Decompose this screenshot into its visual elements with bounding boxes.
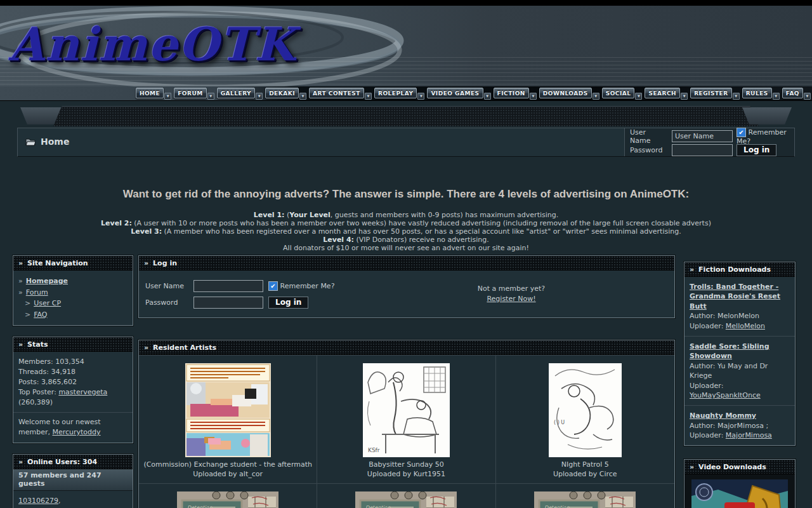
online-users-panel: »Online Users: 304 57 members and 247 gu…	[13, 454, 133, 508]
chevron-down-icon[interactable]: ▼	[733, 93, 740, 100]
remember-me-checkbox[interactable]: ✔	[737, 128, 746, 137]
login-button[interactable]: Log in	[737, 144, 776, 156]
fiction-title-link[interactable]: Trolls: Band Together - Grandma Rosie's …	[690, 282, 790, 311]
nav-button[interactable]: DOWNLOADS▼	[539, 88, 599, 100]
nav-button[interactable]: HOME▼	[136, 88, 171, 100]
nav-button-label: SOCIAL	[602, 88, 635, 98]
nav-button[interactable]: SOCIAL▼	[602, 88, 643, 100]
list-bullet-icon: >	[25, 311, 30, 319]
list-bullet-icon: >	[25, 299, 30, 307]
chevron-icon: »	[18, 340, 23, 349]
site-logo[interactable]: AnimeOTK	[9, 17, 296, 71]
notice-line: Level 1: (Your Level, guests and members…	[0, 211, 812, 219]
login-panel-header: »Log in	[139, 256, 674, 271]
nav-button[interactable]: ART CONTEST▼	[309, 88, 372, 100]
nav-button[interactable]: GALLERY▼	[217, 88, 263, 100]
chevron-down-icon[interactable]: ▼	[164, 93, 171, 100]
breadcrumb-bar: Home User Name ✔ Remember Me? Password L…	[17, 128, 795, 157]
top-login-form: User Name ✔ Remember Me? Password Log in	[624, 128, 794, 156]
fiction-author: Author: Yu May and Dr Kriege	[690, 361, 790, 381]
login-button[interactable]: Log in	[268, 297, 308, 309]
chevron-down-icon[interactable]: ▼	[635, 93, 642, 100]
nav-button[interactable]: DEKAKI▼	[265, 88, 306, 100]
sidebar-link-homepage[interactable]: Homepage	[26, 277, 68, 285]
chevron-down-icon[interactable]: ▼	[256, 93, 263, 100]
sidebar-link-faq[interactable]: FAQ	[34, 311, 47, 319]
login-form: User Name ✔ Remember Me? Password Log in	[145, 278, 355, 310]
fiction-title-link[interactable]: Naughty Mommy	[690, 411, 790, 420]
stats-header: »Stats	[13, 337, 133, 352]
uploader-link[interactable]: MajorMimosa	[726, 431, 772, 439]
newest-member-link[interactable]: Mercurytoddy	[52, 428, 100, 436]
artwork-thumbnail-classroom[interactable]: Detention	[534, 491, 636, 508]
register-now-link[interactable]: Register Now!	[487, 295, 535, 303]
decorative-banner	[20, 106, 792, 126]
online-user-link[interactable]: 103106279	[18, 497, 58, 505]
advert-notice: Want to get rid of the annoying adverts?…	[0, 188, 812, 252]
nav-button[interactable]: FAQ▼	[782, 88, 811, 100]
breadcrumb: Home	[25, 137, 69, 147]
nav-button[interactable]: REGISTER▼	[690, 88, 740, 100]
newest-member: Welcome to our newest member, Mercurytod…	[13, 412, 133, 438]
video-downloads-body: Tu Seras un Taxi, Mon Fils!	[684, 474, 795, 508]
uploader-link[interactable]: YouMaySpankItOnce	[690, 391, 761, 399]
password-field[interactable]	[672, 144, 733, 156]
video-downloads-panel: »Video Downloads Tu Seras un Taxi, Mon F…	[684, 459, 796, 508]
chevron-down-icon[interactable]: ▼	[804, 93, 811, 100]
chevron-down-icon[interactable]: ▼	[773, 93, 780, 100]
notice-line: Level 2: (A user with 10 or more posts w…	[0, 219, 812, 227]
chevron-down-icon[interactable]: ▼	[681, 93, 688, 100]
stat-threads: Threads: 34,918	[18, 367, 128, 377]
remember-me-label: Remember Me?	[280, 281, 335, 290]
fiction-title-link[interactable]: Saddle Sore: Sibling Showdown	[690, 342, 790, 361]
password-field[interactable]	[193, 297, 263, 309]
video-downloads-header: »Video Downloads	[684, 460, 795, 474]
chevron-down-icon[interactable]: ▼	[417, 93, 424, 100]
not-member-text: Not a member yet?	[355, 284, 668, 295]
artist-card: Detention	[496, 483, 674, 508]
chevron-down-icon[interactable]: ▼	[484, 93, 491, 100]
artwork-caption: (Commission) Exchange student - the afte…	[141, 460, 314, 479]
artwork-thumbnail-classroom[interactable]: Detention	[177, 491, 278, 508]
stat-members: Members: 103,354	[18, 357, 128, 367]
fiction-item: Naughty Mommy Author: MajorMimosa ; Uplo…	[684, 406, 795, 445]
stat-top-poster-count: (260,389)	[18, 398, 128, 408]
notice-line: Level 4: (VIP Donators) receive no adver…	[0, 236, 812, 244]
nav-button[interactable]: SEARCH▼	[645, 88, 688, 100]
nav-button[interactable]: FICTION▼	[494, 88, 537, 100]
svg-text:Detention: Detention	[365, 505, 391, 508]
uploader-link[interactable]: MelloMelon	[726, 322, 765, 330]
artwork-caption: NIght Patrol 5 Uploaded by Circe	[499, 460, 672, 479]
chevron-down-icon[interactable]: ▼	[207, 93, 214, 100]
resident-artists-header: »Resident Artists	[139, 340, 674, 355]
nav-button-label: ART CONTEST	[309, 88, 364, 98]
artwork-thumbnail-sketch[interactable]: ( ) U	[549, 363, 622, 457]
remember-me-checkbox[interactable]: ✔	[268, 281, 278, 291]
chevron-down-icon[interactable]: ▼	[530, 93, 537, 100]
online-users-subtitle: 57 members and 247 guests	[13, 469, 133, 491]
site-nav-list: »Homepage»Forum>User CP>FAQ	[13, 271, 133, 325]
sidebar-link-user-cp[interactable]: User CP	[34, 299, 61, 307]
username-field[interactable]	[672, 130, 733, 142]
nav-button[interactable]: FORUM▼	[174, 88, 214, 100]
sidebar-link-forum[interactable]: Forum	[26, 288, 48, 297]
site-navigation-header: »Site Navigation	[13, 256, 133, 271]
artwork-caption: Babysitter Sunday 50 Uploaded by Kurt195…	[320, 460, 492, 479]
top-poster-link[interactable]: mastervegeta	[58, 388, 107, 396]
chevron-down-icon[interactable]: ▼	[299, 93, 306, 100]
fiction-downloads-panel: »Fiction Downloads Trolls: Band Together…	[684, 262, 796, 446]
svg-text:Detention: Detention	[187, 505, 213, 508]
nav-button[interactable]: VIDEO GAMES▼	[427, 88, 490, 100]
username-label: User Name	[145, 282, 188, 290]
chevron-down-icon[interactable]: ▼	[593, 93, 599, 100]
artwork-thumbnail-sketch[interactable]: KSfr	[363, 363, 450, 457]
nav-button[interactable]: RULES▼	[742, 88, 780, 100]
video-thumbnail[interactable]	[691, 479, 788, 508]
notice-line: All donators of $10 or more will never s…	[0, 244, 812, 252]
username-field[interactable]	[193, 280, 263, 292]
nav-button-label: ROLEPLAY	[374, 88, 417, 98]
artwork-thumbnail-classroom[interactable]: Detention	[355, 491, 457, 508]
nav-button[interactable]: ROLEPLAY▼	[374, 88, 424, 100]
artwork-thumbnail-color-comic[interactable]	[185, 363, 271, 457]
chevron-down-icon[interactable]: ▼	[365, 93, 372, 100]
